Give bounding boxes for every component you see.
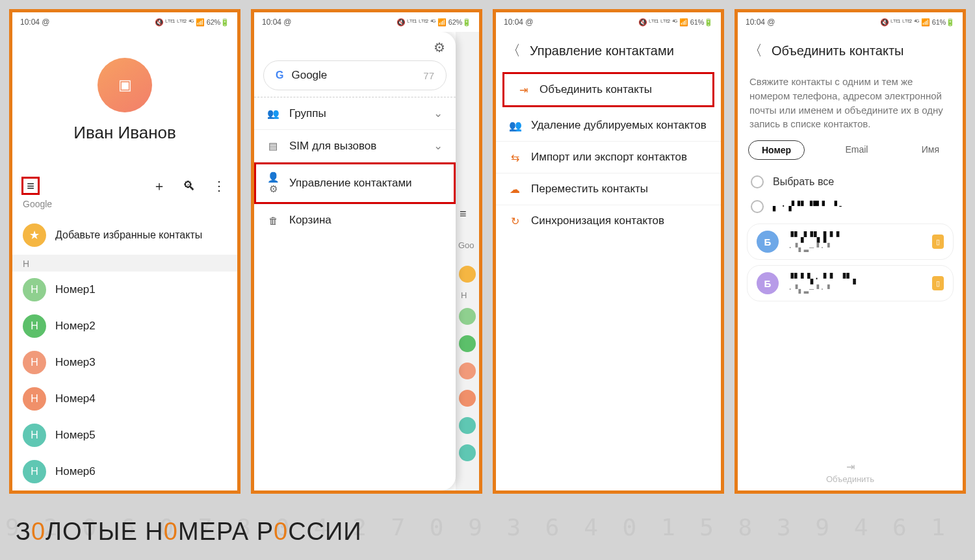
- drawer-item-manage-contacts[interactable]: 👤⚙ Управление контактами: [254, 162, 456, 204]
- kebab-icon: ⋮: [213, 178, 226, 194]
- obfuscated-row[interactable]: ▖・▞▝▘▝▀▝ ▝-: [738, 195, 963, 218]
- row-label: Переместить контакты: [531, 183, 648, 196]
- drawer-item-trash[interactable]: 🗑 Корзина: [254, 204, 456, 236]
- contact-name: Номер4: [55, 392, 96, 405]
- row-label: Удаление дублируемых контактов: [531, 119, 707, 132]
- tab-email[interactable]: Email: [832, 140, 881, 160]
- bg-contact-dot: [459, 417, 476, 434]
- google-logo-icon: G: [276, 70, 283, 81]
- drawer-item-label: Группы: [289, 107, 326, 120]
- contact-name: Номер3: [55, 356, 96, 369]
- section-letter: Н: [12, 255, 237, 272]
- merge-action-button[interactable]: ⇥ Объединить: [738, 461, 963, 484]
- merge-tabs: Номер Email Имя: [738, 140, 963, 169]
- profile-avatar[interactable]: ▣: [98, 58, 152, 112]
- screen-header: 〈 Управление контактами: [496, 32, 721, 72]
- drawer-item-label: Управление контактами: [289, 177, 412, 190]
- row-delete-duplicates[interactable]: 👥 Удаление дублируемых контактов: [496, 110, 721, 142]
- status-time: 10:04 @: [504, 18, 534, 27]
- sim-chip-icon: ▯: [932, 235, 944, 249]
- highlight-merge: ⇥ Объединить контакты: [502, 72, 714, 107]
- delete-duplicates-icon: 👥: [509, 120, 521, 132]
- obfuscated-number: ·▝▖▂—▝·▝: [788, 243, 923, 252]
- gear-icon: ⚙: [434, 40, 445, 55]
- tab-name[interactable]: Имя: [909, 140, 952, 160]
- status-indicators: 🔇 ᴸᵀᴱ¹ ᴸᵀᴱ² ⁴ᴳ 📶 62%🔋: [155, 18, 229, 27]
- contact-name: Номер1: [55, 283, 96, 296]
- favorites-hint-text: Добавьте избранные контакты: [55, 229, 202, 241]
- more-options-button[interactable]: ⋮: [210, 177, 228, 195]
- contact-avatar: Н: [23, 278, 46, 301]
- add-contact-button[interactable]: ＋: [150, 177, 168, 195]
- bg-contact-dot: [459, 390, 476, 407]
- bg-star-icon: [459, 266, 476, 283]
- brand-footer: 9 2 0 6 0 7 8 0 4 2 7 0 9 3 6 4 0 1 5 8 …: [0, 503, 975, 560]
- contact-row[interactable]: ННомер2: [12, 308, 237, 344]
- chevron-left-icon: 〈: [506, 42, 521, 58]
- tab-number[interactable]: Номер: [748, 140, 805, 160]
- radio-unchecked-icon: [751, 200, 764, 213]
- contact-avatar: Б: [757, 231, 779, 253]
- camera-icon: ▣: [118, 77, 132, 94]
- bg-section-letter: Н: [461, 290, 467, 300]
- star-icon: ★: [23, 223, 46, 247]
- back-button[interactable]: 〈: [506, 41, 523, 60]
- obfuscated-name: ▝▘▞▝▚▐▝▝: [788, 231, 923, 243]
- hamburger-menu-button[interactable]: ≡: [21, 177, 40, 195]
- drawer-item-sim[interactable]: ▤ SIM для вызовов ⌄: [254, 129, 456, 162]
- avatar-initial: Б: [764, 278, 772, 289]
- contact-row[interactable]: ННомер3: [12, 344, 237, 381]
- contact-row[interactable]: ННомер4: [12, 381, 237, 417]
- obfuscated-text: ▖・▞▝▘▝▀▝ ▝-: [773, 201, 844, 212]
- back-button[interactable]: 〈: [748, 41, 765, 60]
- bg-contact-dot: [459, 335, 476, 352]
- sync-icon: ↻: [509, 215, 521, 227]
- hamburger-icon: ≡: [460, 207, 467, 221]
- account-label: Google: [12, 197, 237, 216]
- obfuscated-number: ·▝▖▂—▝·▝: [788, 285, 923, 294]
- merge-candidate-card[interactable]: Б ▝▘▞▝▚▐▝▝ ·▝▖▂—▝·▝ ▯: [747, 223, 954, 260]
- contact-avatar: Н: [23, 351, 46, 374]
- row-merge-contacts[interactable]: ⇥ Объединить контакты: [504, 74, 712, 105]
- row-import-export[interactable]: ⇆ Импорт или экспорт контактов: [496, 142, 721, 173]
- status-indicators: 🔇 ᴸᵀᴱ¹ ᴸᵀᴱ² ⁴ᴳ 📶 61%🔋: [880, 18, 955, 27]
- contact-row[interactable]: ННомер6: [12, 453, 237, 490]
- select-all-row[interactable]: Выбрать все: [738, 169, 963, 195]
- drawer-item-groups[interactable]: 👥 Группы ⌄: [254, 97, 456, 129]
- obfuscated-name: ▝▘▘▚·▝▝ ▝▘▖: [788, 273, 923, 285]
- merge-candidate-card[interactable]: Б ▝▘▘▚·▝▝ ▝▘▖ ·▝▖▂—▝·▝ ▯: [747, 265, 954, 301]
- contact-row[interactable]: ННомер5: [12, 417, 237, 453]
- contact-row[interactable]: ННомер1: [12, 272, 237, 308]
- bg-contact-dot: [459, 308, 476, 325]
- contact-name: Номер5: [55, 429, 96, 442]
- row-sync-contacts[interactable]: ↻ Синхронизация контактов: [496, 205, 721, 236]
- row-move-contacts[interactable]: ☁ Переместить контакты: [496, 173, 721, 205]
- status-indicators: 🔇 ᴸᵀᴱ¹ ᴸᵀᴱ² ⁴ᴳ 📶 62%🔋: [396, 18, 471, 27]
- phone-screen-2: 10:04 @ 🔇 ᴸᵀᴱ¹ ᴸᵀᴱ² ⁴ᴳ 📶 62%🔋 ≡ Goo Н ⚙: [251, 9, 482, 494]
- drawer-item-label: SIM для вызовов: [289, 140, 376, 153]
- contact-name: Номер6: [55, 465, 96, 478]
- account-google-row[interactable]: G Google 77: [263, 60, 447, 90]
- status-time: 10:04 @: [746, 18, 775, 27]
- plus-icon: ＋: [153, 177, 166, 195]
- profile-name: Иван Иванов: [73, 123, 176, 143]
- contact-avatar: Н: [23, 387, 46, 411]
- action-bar: ≡ ＋ 🔍︎ ⋮: [12, 173, 237, 197]
- search-button[interactable]: 🔍︎: [180, 177, 198, 195]
- cloud-icon: ☁: [509, 183, 521, 196]
- google-label: Google: [291, 69, 327, 82]
- row-label: Синхронизация контактов: [531, 214, 664, 227]
- screen-header: 〈 Объединить контакты: [738, 32, 963, 72]
- favorites-hint-row[interactable]: ★ Добавьте избранные контакты: [12, 216, 237, 255]
- contact-avatar: Б: [757, 272, 779, 294]
- drawer-backdrop: ≡ Goo Н: [456, 32, 479, 490]
- settings-button[interactable]: ⚙: [434, 40, 445, 55]
- contact-row[interactable]: ННомер7: [12, 490, 237, 490]
- brand-text: З0ЛОТЫЕ Н0МЕРА Р0ССИИ: [16, 518, 362, 546]
- screen-title: Объединить контакты: [772, 44, 904, 58]
- contact-avatar: Н: [23, 314, 46, 338]
- phone-screen-3: 10:04 @ 🔇 ᴸᵀᴱ¹ ᴸᵀᴱ² ⁴ᴳ 📶 61%🔋 〈 Управлен…: [493, 9, 724, 494]
- sim-icon: ▤: [267, 140, 279, 152]
- contacts-list: ННомер1ННомер2ННомер3ННомер4ННомер5ННоме…: [12, 272, 237, 490]
- status-bar: 10:04 @ 🔇 ᴸᵀᴱ¹ ᴸᵀᴱ² ⁴ᴳ 📶 62%🔋: [12, 12, 237, 32]
